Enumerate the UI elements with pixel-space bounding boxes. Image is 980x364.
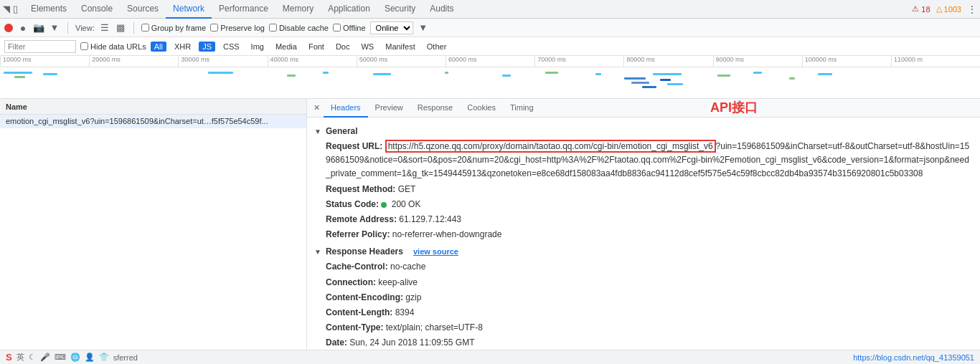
request-url-val[interactable]: https://h5.qzone.qq.com/proxy/domain/tao… xyxy=(326,140,969,178)
transferred-label: sferred xyxy=(113,353,138,362)
error-icon: ⚠ xyxy=(912,4,919,14)
request-url-highlighted[interactable]: https://h5.qzone.qq.com/proxy/domain/tao… xyxy=(385,140,716,153)
detail-tab-response[interactable]: Response xyxy=(410,99,461,118)
ruler-mark-8: 90000 ms xyxy=(713,56,802,67)
request-list: Name emotion_cgi_msglist_v6?uin=15968615… xyxy=(0,99,307,364)
main-content: Name emotion_cgi_msglist_v6?uin=15968615… xyxy=(0,99,980,364)
shirt-icon: 👕 xyxy=(99,353,109,362)
filter-row: Hide data URLs All XHR JS CSS Img Media … xyxy=(0,37,980,56)
filter-all-btn[interactable]: All xyxy=(151,42,166,52)
inspect-icon[interactable]: ◥ xyxy=(3,4,10,14)
ruler-mark-5: 60000 ms xyxy=(446,56,534,67)
offline-checkbox[interactable]: Offline xyxy=(333,24,366,32)
header-row-1: Connection: keep-alive xyxy=(314,275,973,290)
general-section-title: ▼ General xyxy=(314,126,973,136)
tab-network[interactable]: Network xyxy=(166,0,212,19)
group-frame-checkbox[interactable]: Group by frame xyxy=(141,24,206,32)
tab-console[interactable]: Console xyxy=(74,0,120,19)
filter-manifest-btn[interactable]: Manifest xyxy=(382,42,419,52)
remote-address-val: 61.129.7.12:443 xyxy=(399,214,461,224)
bottom-left: S 英 ☾ 🎤 ⌨ 🌐 👤 👕 sferred xyxy=(6,352,138,363)
offline-label: Offline xyxy=(343,24,366,32)
filter-other-btn[interactable]: Other xyxy=(423,42,451,52)
request-name-0: emotion_cgi_msglist_v6?uin=1596861509&in… xyxy=(6,117,268,125)
filter-font-btn[interactable]: Font xyxy=(305,42,328,52)
close-detail-btn[interactable]: ✕ xyxy=(310,102,324,114)
csdn-link[interactable]: https://blog.csdn.net/qq_41359051 xyxy=(853,353,974,362)
header-row-4: Content-Type: text/plain; charset=UTF-8 xyxy=(314,320,973,335)
filter-js-btn[interactable]: JS xyxy=(199,42,215,52)
filter-doc-btn[interactable]: Doc xyxy=(332,42,354,52)
hide-data-urls-input[interactable] xyxy=(80,42,88,50)
warn-count: △ 1003 xyxy=(936,4,961,14)
filter-ws-btn[interactable]: WS xyxy=(357,42,377,52)
header-key-1: Connection: xyxy=(326,277,376,287)
network-icon: 🌐 xyxy=(70,353,80,362)
lang-label: 英 xyxy=(17,352,24,363)
timeline-bars xyxy=(0,67,980,99)
hide-data-urls-label: Hide data URLs xyxy=(90,42,146,51)
filter-css-btn[interactable]: CSS xyxy=(220,42,243,52)
clear-button[interactable]: ● xyxy=(17,22,29,34)
header-row-0: Cache-Control: no-cache xyxy=(314,259,973,274)
ruler-mark-6: 70000 ms xyxy=(534,56,623,67)
filter-input[interactable] xyxy=(4,40,76,53)
detail-tab-cookies[interactable]: Cookies xyxy=(460,99,503,118)
detail-tab-headers[interactable]: Headers xyxy=(324,99,368,118)
status-green-dot xyxy=(381,202,387,208)
tab-audits[interactable]: Audits xyxy=(423,0,461,19)
header-val-1: keep-alive xyxy=(378,277,418,287)
filter-img-btn[interactable]: Img xyxy=(248,42,268,52)
header-val-3: 8394 xyxy=(395,307,415,317)
request-method-row: Request Method: GET xyxy=(314,182,973,197)
tab-memory[interactable]: Memory xyxy=(275,0,321,19)
tab-sources[interactable]: Sources xyxy=(120,0,166,19)
filter-icon[interactable]: ▼ xyxy=(49,22,60,34)
ruler-mark-9: 100000 ms xyxy=(802,56,891,67)
hide-data-urls-checkbox[interactable]: Hide data URLs xyxy=(80,42,146,51)
header-key-5: Date: xyxy=(326,337,347,348)
status-code-val: 200 OK xyxy=(392,199,421,209)
tab-elements[interactable]: Elements xyxy=(24,0,74,19)
ruler-mark-2: 30000 ms xyxy=(178,56,267,67)
detail-tab-preview[interactable]: Preview xyxy=(368,99,410,118)
bottom-bar: S 英 ☾ 🎤 ⌨ 🌐 👤 👕 sferred https://blog.csd… xyxy=(0,350,980,364)
list-view-icon[interactable]: ☰ xyxy=(99,22,110,34)
more-options-icon[interactable]: ⋮ xyxy=(967,4,977,15)
disable-cache-input[interactable] xyxy=(269,24,277,32)
record-button[interactable] xyxy=(4,24,13,32)
preserve-log-checkbox[interactable]: Preserve log xyxy=(210,24,265,32)
response-headers-section-title: ▼ Response Headers view source xyxy=(314,246,973,257)
timeline-ruler: 10000 ms 20000 ms 30000 ms 40000 ms 5000… xyxy=(0,56,980,67)
user-icon: 👤 xyxy=(85,353,95,362)
waterfall-view-icon[interactable]: ▩ xyxy=(115,22,126,34)
filter-xhr-btn[interactable]: XHR xyxy=(171,42,194,52)
detail-tab-timing[interactable]: Timing xyxy=(503,99,541,118)
tab-security[interactable]: Security xyxy=(377,0,423,19)
header-key-2: Content-Encoding: xyxy=(326,292,403,302)
warn-icon: △ xyxy=(936,4,942,14)
mic-icon: 🎤 xyxy=(40,353,50,362)
disable-cache-checkbox[interactable]: Disable cache xyxy=(269,24,329,32)
detail-panel: ▼ General Request URL: https://h5.qzone.… xyxy=(307,118,980,364)
throttle-arrow-icon[interactable]: ▼ xyxy=(418,22,429,34)
filter-media-btn[interactable]: Media xyxy=(272,42,301,52)
tab-performance[interactable]: Performance xyxy=(212,0,275,19)
preserve-log-label: Preserve log xyxy=(220,24,265,32)
offline-input[interactable] xyxy=(333,24,341,32)
ruler-mark-3: 40000 ms xyxy=(268,56,357,67)
group-frame-input[interactable] xyxy=(141,24,149,32)
ruler-mark-7: 80000 ms xyxy=(623,56,712,67)
tab-application[interactable]: Application xyxy=(321,0,377,19)
device-icon[interactable]: ▯ xyxy=(13,4,18,14)
response-headers-title-label: Response Headers xyxy=(326,246,403,257)
timeline-area: 10000 ms 20000 ms 30000 ms 40000 ms 5000… xyxy=(0,56,980,99)
request-row-0[interactable]: emotion_cgi_msglist_v6?uin=1596861509&in… xyxy=(0,115,306,128)
group-frame-label: Group by frame xyxy=(151,24,206,32)
header-val-2: gzip xyxy=(405,292,421,302)
view-source-link[interactable]: view source xyxy=(413,247,458,256)
camera-icon[interactable]: 📷 xyxy=(33,22,44,34)
response-headers-triangle-icon: ▼ xyxy=(314,248,321,256)
throttle-select[interactable]: Online xyxy=(370,21,413,34)
preserve-log-input[interactable] xyxy=(210,24,218,32)
